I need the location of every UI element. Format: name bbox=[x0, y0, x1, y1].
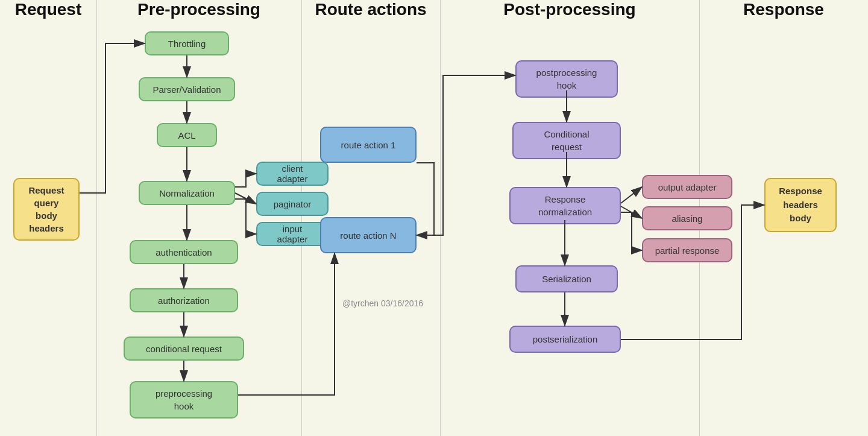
partial-response-node: partial response bbox=[642, 238, 732, 262]
arrows-svg bbox=[0, 0, 868, 436]
section-preprocessing-title: Pre-processing bbox=[96, 0, 301, 19]
watermark: @tyrchen 03/16/2016 bbox=[342, 299, 423, 308]
serialization-node: Serialization bbox=[515, 265, 618, 292]
parser-node: Parser/Validation bbox=[139, 77, 235, 101]
section-request-title: Request bbox=[0, 0, 96, 19]
aliasing-node: aliasing bbox=[642, 206, 732, 230]
response-normalization-node: Response normalization bbox=[509, 187, 621, 224]
preprocessing-hook-node: preprocessing hook bbox=[130, 381, 238, 419]
route-action-n-node: route action N bbox=[320, 217, 417, 253]
divider-2 bbox=[301, 0, 302, 436]
route-action-1-node: route action 1 bbox=[320, 127, 417, 163]
paginator-node: paginator bbox=[256, 192, 329, 216]
section-route-title: Route actions bbox=[301, 0, 440, 19]
section-response-title: Response bbox=[699, 0, 868, 19]
postprocessing-hook-node: postprocessing hook bbox=[515, 60, 618, 98]
authentication-node: authentication bbox=[130, 240, 238, 264]
diagram-container: Request Pre-processing Route actions Pos… bbox=[0, 0, 868, 436]
response-box: Response headers body bbox=[764, 178, 837, 232]
conditional-req-post-node: Conditional request bbox=[512, 122, 621, 159]
input-adapter-node: input adapter bbox=[256, 222, 329, 246]
svg-line-11 bbox=[621, 206, 642, 218]
client-adapter-node: client adapter bbox=[256, 162, 329, 186]
section-postprocessing-title: Post-processing bbox=[440, 0, 699, 19]
authorization-node: authorization bbox=[130, 288, 238, 312]
conditional-request-node: conditional request bbox=[124, 336, 244, 361]
divider-3 bbox=[440, 0, 441, 436]
acl-node: ACL bbox=[157, 123, 217, 147]
output-adapter-node: output adapter bbox=[642, 175, 732, 199]
throttling-node: Throttling bbox=[145, 31, 229, 55]
normalization-node: Normalization bbox=[139, 181, 235, 205]
divider-1 bbox=[96, 0, 97, 436]
postserialization-node: postserialization bbox=[509, 326, 621, 353]
svg-line-10 bbox=[621, 187, 642, 203]
request-box: Request query body headers bbox=[13, 178, 80, 241]
